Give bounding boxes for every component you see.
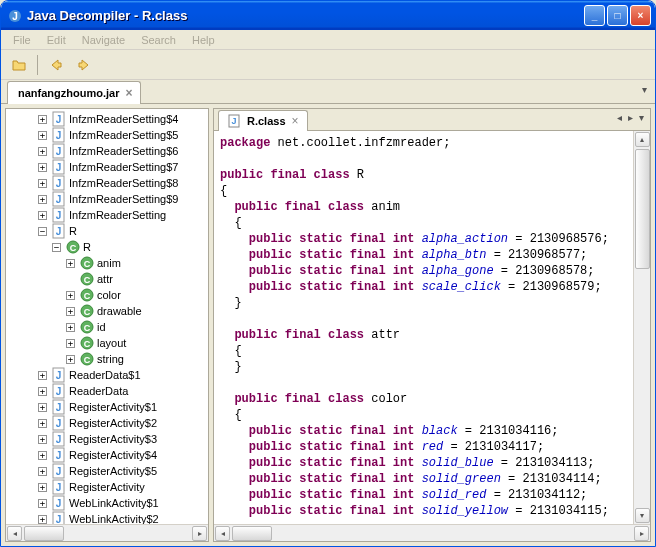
close-icon[interactable]: × xyxy=(292,114,299,128)
expand-icon[interactable]: + xyxy=(66,291,75,300)
code-editor[interactable]: package net.coollet.infzmreader; public … xyxy=(214,131,650,524)
menu-navigate[interactable]: Navigate xyxy=(74,32,133,48)
expand-icon[interactable]: + xyxy=(38,419,47,428)
collapse-icon[interactable]: − xyxy=(38,227,47,236)
tab-dropdown-icon[interactable]: ▾ xyxy=(642,84,647,95)
tree-item[interactable]: +JInfzmReaderSetting$5 xyxy=(6,127,208,143)
tree-item[interactable]: +JRegisterActivity$1 xyxy=(6,399,208,415)
close-button[interactable]: × xyxy=(630,5,651,26)
minimize-button[interactable]: _ xyxy=(584,5,605,26)
nav-forward-icon[interactable]: ▸ xyxy=(628,112,633,123)
svg-text:C: C xyxy=(70,243,77,253)
tree-item[interactable]: +JRegisterActivity$4 xyxy=(6,447,208,463)
svg-text:J: J xyxy=(56,114,62,125)
expand-icon[interactable]: + xyxy=(38,483,47,492)
tree-item[interactable]: −JR xyxy=(6,223,208,239)
scroll-right-icon[interactable]: ▸ xyxy=(634,526,649,541)
expand-icon[interactable]: + xyxy=(38,451,47,460)
expand-icon[interactable]: + xyxy=(66,339,75,348)
tree-item[interactable]: +JReaderData xyxy=(6,383,208,399)
nav-back-icon[interactable]: ◂ xyxy=(617,112,622,123)
tree-body[interactable]: +JInfzmReaderSetting$4+JInfzmReaderSetti… xyxy=(6,109,208,524)
code-line: } xyxy=(220,359,630,375)
tree-item[interactable]: −CR xyxy=(6,239,208,255)
svg-text:J: J xyxy=(56,210,62,221)
scroll-thumb-h[interactable] xyxy=(232,526,272,541)
tree-item[interactable]: +Clayout xyxy=(6,335,208,351)
scroll-thumb-h[interactable] xyxy=(24,526,64,541)
expand-icon[interactable]: + xyxy=(38,211,47,220)
scroll-left-icon[interactable]: ◂ xyxy=(215,526,230,541)
expand-icon[interactable]: + xyxy=(38,115,47,124)
tree-item[interactable]: +Cdrawable xyxy=(6,303,208,319)
back-button[interactable] xyxy=(44,53,68,77)
code-line: public static final int solid_yellow = 2… xyxy=(220,503,630,519)
expand-icon[interactable]: + xyxy=(66,307,75,316)
expand-icon[interactable]: + xyxy=(38,467,47,476)
expand-icon[interactable]: + xyxy=(38,131,47,140)
tree-item[interactable]: +JWebLinkActivity$1 xyxy=(6,495,208,511)
expand-icon[interactable]: + xyxy=(38,163,47,172)
menu-search[interactable]: Search xyxy=(133,32,184,48)
tree-item[interactable]: +JInfzmReaderSetting$8 xyxy=(6,175,208,191)
expand-icon[interactable]: + xyxy=(38,179,47,188)
svg-text:C: C xyxy=(84,323,91,333)
scroll-right-icon[interactable]: ▸ xyxy=(192,526,207,541)
expand-icon[interactable]: + xyxy=(66,323,75,332)
tree-item-label: InfzmReaderSetting$6 xyxy=(69,145,178,157)
code-line: public static final int solid_green = 21… xyxy=(220,471,630,487)
expand-icon[interactable]: + xyxy=(38,371,47,380)
tree-item[interactable]: +Cstring xyxy=(6,351,208,367)
expand-icon[interactable]: + xyxy=(38,515,47,524)
code-line: { xyxy=(220,215,630,231)
tree-scrollbar-h[interactable]: ◂ ▸ xyxy=(6,524,208,541)
jar-tab[interactable]: nanfangzhoumo.jar × xyxy=(7,81,141,104)
close-icon[interactable]: × xyxy=(125,86,132,100)
expand-icon[interactable]: + xyxy=(38,147,47,156)
svg-text:J: J xyxy=(56,194,62,205)
class-icon: C xyxy=(79,287,95,303)
tree-item[interactable]: +JRegisterActivity$5 xyxy=(6,463,208,479)
expand-icon[interactable]: + xyxy=(38,195,47,204)
tree-item[interactable]: +JInfzmReaderSetting$7 xyxy=(6,159,208,175)
java-file-icon: J xyxy=(51,223,67,239)
open-file-button[interactable] xyxy=(7,53,31,77)
app-icon: J xyxy=(7,8,23,24)
tree-item[interactable]: Cattr xyxy=(6,271,208,287)
expand-icon[interactable]: + xyxy=(38,435,47,444)
tree-item[interactable]: +JRegisterActivity$3 xyxy=(6,431,208,447)
maximize-button[interactable]: □ xyxy=(607,5,628,26)
tree-item[interactable]: +JInfzmReaderSetting xyxy=(6,207,208,223)
scroll-thumb-v[interactable] xyxy=(635,149,650,269)
tree-item[interactable]: +JInfzmReaderSetting$4 xyxy=(6,111,208,127)
tree-item[interactable]: +Canim xyxy=(6,255,208,271)
scroll-left-icon[interactable]: ◂ xyxy=(7,526,22,541)
tree-item[interactable]: +JRegisterActivity xyxy=(6,479,208,495)
forward-button[interactable] xyxy=(72,53,96,77)
nav-dropdown-icon[interactable]: ▾ xyxy=(639,112,644,123)
expand-icon[interactable]: + xyxy=(38,387,47,396)
expand-icon[interactable]: + xyxy=(38,403,47,412)
collapse-icon[interactable]: − xyxy=(52,243,61,252)
code-tab[interactable]: J R.class × xyxy=(218,110,308,131)
menu-edit[interactable]: Edit xyxy=(39,32,74,48)
expand-icon[interactable]: + xyxy=(66,259,75,268)
scroll-down-icon[interactable]: ▾ xyxy=(635,508,650,523)
tree-item[interactable]: +JInfzmReaderSetting$9 xyxy=(6,191,208,207)
tree-item[interactable]: +JRegisterActivity$2 xyxy=(6,415,208,431)
tree-item[interactable]: +Ccolor xyxy=(6,287,208,303)
tree-item[interactable]: +JInfzmReaderSetting$6 xyxy=(6,143,208,159)
toolbar xyxy=(1,50,655,80)
titlebar[interactable]: J Java Decompiler - R.class _ □ × xyxy=(1,1,655,30)
expand-icon[interactable]: + xyxy=(38,499,47,508)
code-scrollbar-h[interactable]: ◂ ▸ xyxy=(214,524,650,541)
tree-item-label: InfzmReaderSetting$4 xyxy=(69,113,178,125)
tree-item[interactable]: +JWebLinkActivity$2 xyxy=(6,511,208,524)
code-scrollbar-v[interactable]: ▴ ▾ xyxy=(633,131,650,524)
tree-item[interactable]: +JReaderData$1 xyxy=(6,367,208,383)
expand-icon[interactable]: + xyxy=(66,355,75,364)
scroll-up-icon[interactable]: ▴ xyxy=(635,132,650,147)
menu-help[interactable]: Help xyxy=(184,32,223,48)
menu-file[interactable]: File xyxy=(5,32,39,48)
tree-item[interactable]: +Cid xyxy=(6,319,208,335)
